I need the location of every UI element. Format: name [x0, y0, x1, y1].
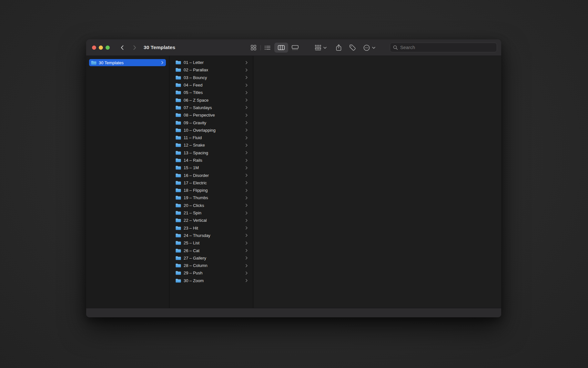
folder-row[interactable]: 20 – Clicks: [169, 202, 253, 209]
folder-icon: [176, 151, 181, 155]
folder-row[interactable]: 12 – Snake: [169, 141, 253, 149]
icon-view-icon: [251, 45, 256, 50]
chevron-right-icon: [246, 241, 248, 245]
folder-icon: [176, 226, 181, 230]
share-icon: [336, 44, 341, 51]
folder-row[interactable]: 18 – Flipping: [169, 187, 253, 194]
folder-name: 04 – Feed: [184, 83, 243, 87]
folder-name: 14 – Rails: [184, 158, 243, 163]
folder-name: 08 – Perspective: [184, 113, 243, 118]
folder-name: 10 – Overlapping: [184, 128, 243, 133]
view-switcher: [247, 43, 302, 53]
folder-icon: [176, 173, 181, 178]
folder-row[interactable]: 21 – Spin: [169, 209, 253, 217]
folder-row[interactable]: 11 – Fluid: [169, 134, 253, 141]
tags-button[interactable]: [348, 39, 357, 56]
back-button[interactable]: [117, 39, 127, 56]
folder-row[interactable]: 22 – Vertical: [169, 217, 253, 224]
folder-row[interactable]: 08 – Perspective: [169, 111, 253, 119]
column-view-button[interactable]: [274, 43, 288, 53]
traffic-lights: [92, 39, 110, 56]
icon-view-button[interactable]: [247, 43, 260, 53]
folder-row[interactable]: 03 – Bouncy: [169, 74, 253, 81]
chevron-right-icon: [246, 204, 248, 207]
folder-icon: [176, 233, 181, 238]
folder-icon: [91, 61, 96, 65]
folder-name: 19 – Thumbs: [184, 195, 243, 200]
folder-row[interactable]: 27 – Gallery: [169, 254, 253, 262]
folder-row[interactable]: 19 – Thumbs: [169, 194, 253, 201]
minimize-button[interactable]: [99, 46, 103, 50]
folder-name: 21 – Spin: [184, 210, 243, 215]
folder-name: 09 – Gravity: [184, 120, 243, 125]
folder-name: 06 – Z Space: [184, 98, 243, 103]
folder-row[interactable]: 15 – 1M: [169, 164, 253, 171]
folder-icon: [176, 218, 181, 222]
column-browser: 30 Templates 01 – Letter 02 – Parallax: [86, 56, 501, 308]
folder-name: 24 – Thursday: [184, 233, 243, 238]
folder-row[interactable]: 28 – Column: [169, 262, 253, 269]
folder-row[interactable]: 07 – Saturdays: [169, 104, 253, 111]
folder-row[interactable]: 24 – Thursday: [169, 232, 253, 239]
list-view-icon: [265, 46, 270, 50]
folder-row[interactable]: 25 – List: [169, 239, 253, 247]
selected-folder-row[interactable]: 30 Templates: [89, 59, 166, 66]
folder-icon: [176, 158, 181, 162]
folder-name: 18 – Flipping: [184, 188, 243, 193]
folder-row[interactable]: 02 – Parallax: [169, 66, 253, 74]
folder-icon: [176, 83, 181, 87]
folder-row[interactable]: 29 – Push: [169, 269, 253, 277]
folder-row[interactable]: 30 – Zoom: [169, 277, 253, 284]
chevron-right-icon: [246, 76, 248, 79]
search-field: [390, 43, 497, 52]
chevron-right-icon: [246, 144, 248, 147]
folder-icon: [176, 106, 181, 110]
chevron-right-icon: [246, 61, 248, 64]
folder-name: 05 – Titles: [184, 90, 243, 95]
folder-icon: [176, 241, 181, 245]
search-input[interactable]: [400, 45, 494, 50]
folder-row[interactable]: 13 – Spacing: [169, 149, 253, 157]
gallery-view-button[interactable]: [288, 43, 302, 53]
folder-icon: [176, 263, 181, 268]
folder-row[interactable]: 04 – Feed: [169, 81, 253, 89]
folder-row[interactable]: 26 – Cat: [169, 247, 253, 254]
tag-icon: [349, 44, 356, 51]
chevron-right-icon: [246, 279, 248, 282]
folder-icon: [176, 166, 181, 170]
more-options-button[interactable]: [361, 39, 377, 56]
folder-icon: [176, 98, 181, 102]
folder-row[interactable]: 23 – Hit: [169, 224, 253, 232]
folder-row[interactable]: 14 – Rails: [169, 157, 253, 164]
folder-row[interactable]: 05 – Titles: [169, 89, 253, 96]
group-icon: [315, 45, 321, 50]
chevron-right-icon: [246, 226, 248, 230]
chevron-right-icon: [246, 98, 248, 102]
chevron-right-icon: [246, 114, 248, 117]
folder-row[interactable]: 01 – Letter: [169, 59, 253, 66]
folder-icon: [176, 203, 181, 208]
folder-icon: [176, 136, 181, 140]
list-view-button[interactable]: [260, 43, 274, 53]
folder-name: 02 – Parallax: [184, 67, 243, 72]
forward-button[interactable]: [130, 39, 139, 56]
chevron-right-icon: [161, 61, 163, 64]
folder-name: 01 – Letter: [184, 60, 243, 65]
chevron-right-icon: [246, 196, 248, 199]
zoom-button[interactable]: [106, 46, 110, 50]
chevron-right-icon: [246, 166, 248, 169]
share-button[interactable]: [334, 39, 343, 56]
titlebar: 30 Templates: [86, 39, 501, 56]
folder-name: 27 – Gallery: [184, 256, 243, 261]
folder-name: 03 – Bouncy: [184, 75, 243, 80]
folder-row[interactable]: 16 – Disorder: [169, 171, 253, 179]
close-button[interactable]: [92, 46, 96, 50]
folder-row[interactable]: 10 – Overlapping: [169, 127, 253, 134]
chevron-right-icon: [246, 68, 248, 72]
folder-row[interactable]: 06 – Z Space: [169, 96, 253, 104]
chevron-right-icon: [246, 181, 248, 184]
folder-row[interactable]: 09 – Gravity: [169, 119, 253, 126]
group-button[interactable]: [312, 39, 329, 56]
chevron-right-icon: [246, 264, 248, 267]
folder-row[interactable]: 17 – Electric: [169, 179, 253, 187]
